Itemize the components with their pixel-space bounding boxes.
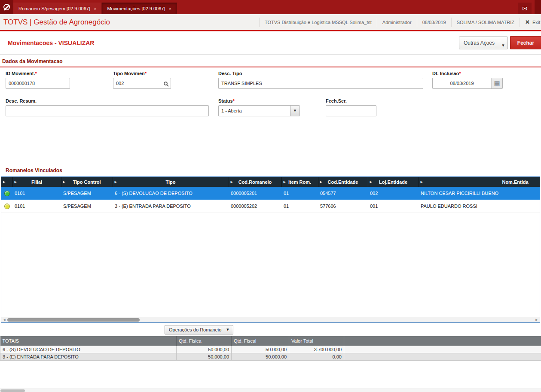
page-scrollbar[interactable] (0, 389, 541, 392)
totals-header-row: TOTAISQtd. FisicaQtd. FiscalValor Total (0, 336, 541, 346)
exit-button[interactable]: ✕ Exit (520, 18, 541, 27)
grid-cell: 577606 (318, 200, 368, 213)
grid-row[interactable]: 0101S/PESAGEM6 - (S) DEVOLUCAO DE DEPOSI… (1, 187, 540, 200)
id-moviment-input[interactable] (6, 78, 70, 88)
tab-close-icon[interactable]: × (169, 6, 171, 11)
grid-cell: NILTON CESAR PICCIRILLI BUENO (419, 187, 540, 200)
field-label: Desc. Tipo (218, 71, 423, 76)
row-selector-cell (1, 187, 12, 200)
grid-cell: 002 (368, 187, 419, 200)
column-label: Cod.Entidade (328, 179, 358, 185)
mail-button[interactable]: ✉ (518, 3, 532, 14)
totals-body: 6 - (S) DEVOLUCAO DE DEPOSITO50.000,0050… (0, 346, 541, 360)
grid-actions-row: Operações do Romaneio ▼ (165, 325, 541, 334)
grid-row[interactable]: 0101S/PESAGEM3 - (E) ENTRADA PARA DEPOSI… (1, 200, 540, 213)
totals-cell-empty (344, 353, 541, 360)
chevron-down-icon: ▼ (226, 328, 229, 331)
totals-cell: 6 - (S) DEVOLUCAO DE DEPOSITO (0, 346, 177, 353)
status-dropdown-button[interactable]: ▼ (290, 106, 300, 116)
window-tab[interactable]: Movimentações [02.9.0067]× (102, 3, 177, 14)
grid-cell: 01 (281, 200, 318, 213)
scroll-left-icon[interactable]: ◀ (1, 317, 7, 322)
app-logo-button[interactable] (0, 0, 13, 14)
totals-column-header: TOTAIS (0, 336, 177, 346)
grid-cell: 0101 (12, 200, 61, 213)
totals-cell: 50.000,00 (232, 353, 289, 360)
status-select[interactable] (219, 106, 290, 116)
totals-column-header: Qtd. Fiscal (232, 336, 289, 346)
search-button[interactable] (160, 78, 171, 88)
user-label: Administrador (377, 18, 417, 27)
column-label: Cod.Romaneio (238, 179, 272, 185)
calendar-button[interactable]: ▦ (491, 78, 502, 88)
grid-column-header[interactable]: ▶Item Rom. (281, 177, 318, 187)
chevron-down-icon[interactable]: ▼ (499, 37, 507, 49)
column-label: Tipo Control (73, 179, 101, 185)
grid-column-header[interactable]: ▶Nom.Entida (419, 177, 540, 187)
row-status-icon (4, 204, 10, 209)
movimentacao-form: ID Moviment.* Tipo Movimen* Desc. Tipo D… (0, 67, 541, 167)
dt-inclusao-input[interactable] (433, 78, 491, 88)
desc-tipo-input[interactable] (219, 78, 423, 88)
scroll-right-icon[interactable]: ▶ (534, 317, 540, 322)
page-scrollbar-thumb[interactable] (0, 389, 25, 392)
desc-resum-field: Desc. Resum. (6, 98, 209, 116)
close-icon: ✕ (525, 19, 530, 25)
app-header: TOTVS | Gestão de Agronegócio TOTVS Dist… (0, 14, 541, 31)
grid-cell: 0101 (12, 187, 61, 200)
window-titlebar: Romaneio S/pesagem [02.9.0067]×Movimenta… (0, 0, 541, 14)
tipo-movimen-input[interactable] (113, 78, 160, 88)
fech-ser-input[interactable] (326, 106, 376, 116)
environment-label: TOTVS Distribuição e Logística MSSQL Sol… (259, 18, 377, 27)
grid-horizontal-scrollbar[interactable]: ◀ ▶ (1, 317, 540, 322)
grid-column-header[interactable]: ▶Loj.Entidade (368, 177, 419, 187)
tab-label: Movimentações [02.9.0067] (107, 6, 165, 11)
company-label: SOLIMA / SOLIMA MATRIZ (451, 18, 520, 27)
dt-inclusao-field: Dt. Inclusao* ▦ (432, 71, 503, 89)
totals-cell: 3 - (E) ENTRADA PARA DEPOSITO (0, 353, 177, 360)
grid-column-header[interactable]: ▶Tipo Control (61, 177, 113, 187)
operacoes-romaneio-button[interactable]: Operações do Romaneio ▼ (165, 325, 233, 334)
field-label: Dt. Inclusao* (432, 71, 503, 76)
required-marker: * (35, 71, 37, 76)
titlebar-edge (535, 0, 541, 14)
field-label: Fech.Ser. (326, 98, 376, 103)
column-label: Item Rom. (288, 179, 311, 185)
grid-column-header[interactable]: ▶Tipo (113, 177, 229, 187)
tipo-movimen-field: Tipo Movimen* (113, 71, 171, 89)
exit-label: Exit (532, 20, 540, 25)
field-label: Desc. Resum. (6, 98, 209, 103)
grid-column-header[interactable]: ▶Cod.Romaneio (229, 177, 281, 187)
field-label: ID Moviment.* (6, 71, 70, 76)
grid-column-header[interactable]: ▶Cod.Entidade (318, 177, 368, 187)
desc-resum-input[interactable] (6, 106, 208, 116)
grid-cell: 01 (281, 187, 318, 200)
grid-cell: 6 - (S) DEVOLUCAO DE DEPOSITO (113, 187, 229, 200)
column-arrow-icon: ▶ (3, 180, 5, 184)
grid-body: 0101S/PESAGEM6 - (S) DEVOLUCAO DE DEPOSI… (1, 187, 540, 213)
outras-acoes-button[interactable]: Outras Ações ▼ (459, 36, 508, 49)
calendar-icon: ▦ (494, 80, 500, 87)
required-marker: * (145, 71, 147, 76)
totals-cell: 50.000,00 (177, 353, 232, 360)
window-tab[interactable]: Romaneio S/pesagem [02.9.0067]× (13, 3, 102, 14)
grid-cell: 001 (368, 200, 419, 213)
page-toolbar: Movimentacoes - VISUALIZAR Outras Ações … (0, 31, 541, 55)
grid-column-header[interactable]: ▶Filial (12, 177, 61, 187)
dropdown-icon: ▼ (294, 109, 296, 112)
grid-selector-header[interactable]: ▶ (1, 177, 12, 187)
row-selector-cell (1, 200, 12, 213)
totals-row: 6 - (S) DEVOLUCAO DE DEPOSITO50.000,0050… (0, 346, 541, 353)
scrollbar-thumb[interactable] (7, 318, 140, 322)
totals-cell: 50.000,00 (232, 346, 289, 353)
grid-cell: 0000005201 (229, 187, 281, 200)
required-marker: * (459, 71, 461, 76)
date-label: 08/03/2019 (417, 18, 451, 27)
column-arrow-icon: ▶ (115, 180, 117, 184)
totals-cell: 3.700.000,00 (289, 346, 344, 353)
fechar-button[interactable]: Fechar (510, 36, 541, 49)
totals-column-header: Qtd. Fisica (177, 336, 232, 346)
tab-close-icon[interactable]: × (94, 6, 96, 11)
required-marker: * (233, 98, 235, 103)
totals-row: 3 - (E) ENTRADA PARA DEPOSITO50.000,0050… (0, 353, 541, 360)
